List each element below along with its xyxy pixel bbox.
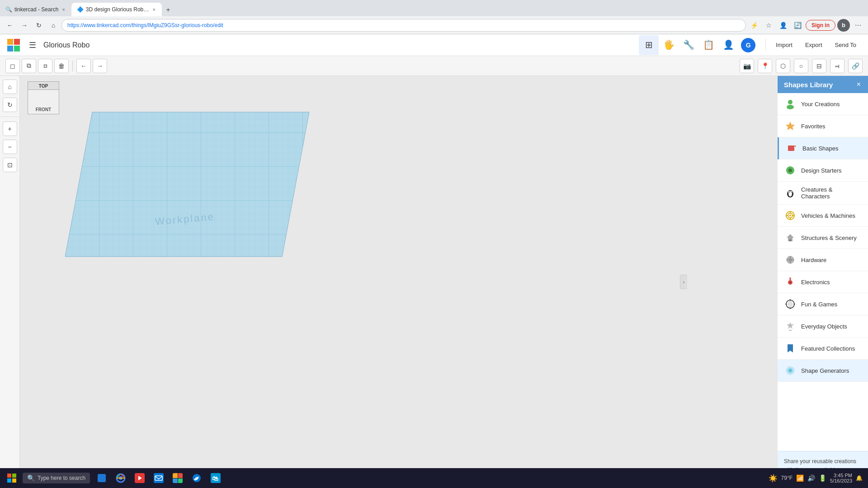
taskbar-app-chrome[interactable]	[112, 469, 130, 487]
shapes-item-design-starters[interactable]: Design Starters	[778, 160, 868, 182]
svg-rect-47	[98, 474, 106, 482]
zoom-out-button[interactable]: −	[3, 140, 17, 154]
app-bar-actions: ⊞ 🖐 🔧 📋 👤 G	[639, 35, 758, 55]
copy-button[interactable]: ⧈	[38, 59, 52, 73]
svg-rect-26	[789, 239, 791, 241]
tools-button[interactable]: 🔧	[679, 35, 698, 55]
logo-cell-3	[7, 46, 13, 52]
left-panel: ⌂ ↻ + − ⊡	[0, 76, 20, 488]
fit-view-button[interactable]: ⊡	[3, 158, 17, 172]
layers-icon: 📋	[703, 39, 714, 50]
notification-button[interactable]: 🔔	[856, 475, 863, 481]
sign-in-button[interactable]: Sign in	[806, 20, 835, 31]
shapes-item-structures-scenery[interactable]: Structures & Scenery	[778, 227, 868, 249]
tab-1-close[interactable]: ×	[61, 6, 66, 13]
tab-2[interactable]: 🔷 3D design Glorious Robo | Tinke... ×	[71, 3, 162, 16]
everyday-objects-label: Everyday Objects	[801, 323, 847, 330]
taskbar-app-edge[interactable]	[188, 469, 206, 487]
layers-button[interactable]: 📋	[698, 35, 718, 55]
profile-button[interactable]: 👤	[777, 19, 789, 32]
taskbar-app-cortana[interactable]	[93, 469, 111, 487]
svg-point-33	[790, 300, 791, 301]
shapes-list: Your Creations Favorites Basic Shapes	[778, 93, 868, 451]
vehicles-machines-label: Vehicles & Machines	[801, 212, 855, 219]
address-text: https://www.tinkercad.com/things/lMgiuZ9…	[67, 22, 223, 28]
start-button[interactable]	[2, 468, 22, 488]
home-view-button[interactable]: ⌂	[3, 80, 17, 94]
forward-button[interactable]: →	[18, 19, 31, 32]
camera-button[interactable]: 📷	[740, 59, 754, 73]
taskbar-app-media[interactable]	[131, 469, 149, 487]
taskbar-clock[interactable]: 3:45 PM 5/16/2023	[830, 473, 852, 483]
main-content: ⌂ ↻ + − ⊡ TOP FRONT	[0, 76, 868, 488]
pin-button[interactable]: 📍	[758, 59, 772, 73]
design-starters-icon	[784, 164, 797, 177]
export-button[interactable]: Export	[799, 39, 829, 51]
align-button[interactable]: ⊟	[812, 59, 826, 73]
view-cube[interactable]: TOP FRONT	[25, 81, 61, 117]
svg-point-35	[786, 304, 787, 305]
svg-marker-6	[786, 122, 795, 130]
shapes-library-title: Shapes Library	[784, 81, 833, 89]
sync-button[interactable]: 🔄	[791, 19, 804, 32]
grid-view-button[interactable]: ⊞	[639, 35, 659, 55]
svg-point-4	[788, 100, 793, 104]
taskbar-app-store[interactable]: 🛍	[207, 469, 225, 487]
shapes-item-fun-games[interactable]: Fun & Games	[778, 293, 868, 315]
copy-paste-button[interactable]: ⧉	[22, 59, 36, 73]
hand-button[interactable]: 🖐	[659, 35, 679, 55]
shapes-item-shape-generators[interactable]: Shape Generators	[778, 360, 868, 382]
back-button[interactable]: ←	[4, 19, 16, 32]
svg-rect-45	[7, 479, 11, 483]
logo-cell-2	[14, 39, 20, 45]
shapes-item-basic-shapes[interactable]: Basic Shapes	[778, 137, 868, 160]
shapes-item-electronics[interactable]: Electronics	[778, 271, 868, 293]
toolbar: ◻ ⧉ ⧈ 🗑 ← → 📷 📍 ⬡ ○ ⊟ ⫤ 🔗	[0, 56, 868, 76]
taskbar-app-mail[interactable]	[150, 469, 168, 487]
zoom-in-button[interactable]: +	[3, 122, 17, 136]
menu-button[interactable]: ☰	[25, 38, 40, 52]
new-tab-button[interactable]: +	[162, 4, 175, 16]
shapes-library-panel: Shapes Library × Your Creations Favorite…	[778, 76, 868, 488]
shapes-item-favorites[interactable]: Favorites	[778, 115, 868, 137]
shapes-item-featured-collections[interactable]: Featured Collections	[778, 338, 868, 360]
taskbar-app-tinkercad[interactable]	[169, 469, 187, 487]
svg-point-15	[789, 192, 790, 193]
taskbar-search[interactable]: 🔍 Type here to search	[23, 473, 90, 483]
logo-grid	[7, 39, 20, 52]
featured-collections-label: Featured Collections	[801, 345, 855, 352]
shapes-library-close-button[interactable]: ×	[856, 80, 862, 89]
svg-text:🛍: 🛍	[212, 475, 218, 482]
shapes-item-your-creations[interactable]: Your Creations	[778, 93, 868, 115]
circle-shape-button[interactable]: ○	[794, 59, 808, 73]
redo-button[interactable]: →	[93, 59, 107, 73]
tab-1[interactable]: 🔍 tinkercad - Search ×	[0, 3, 71, 16]
collapse-panel-button[interactable]: ›	[680, 275, 687, 289]
svg-marker-24	[787, 234, 794, 238]
bookmark-button[interactable]: ☆	[762, 19, 775, 32]
mirror-button[interactable]: ⫤	[830, 59, 844, 73]
shape-button[interactable]: ⬡	[776, 59, 790, 73]
select-tool-button[interactable]: ◻	[5, 59, 20, 73]
account-button[interactable]: 👤	[718, 35, 738, 55]
user-profile-button[interactable]: G	[738, 35, 758, 55]
tab-2-close[interactable]: ×	[151, 6, 156, 13]
more-button[interactable]: ⋯	[852, 19, 864, 32]
user-avatar[interactable]: b	[837, 19, 850, 32]
reload-button[interactable]: ↻	[33, 19, 45, 32]
delete-button[interactable]: 🗑	[54, 59, 69, 73]
group-button[interactable]: 🔗	[848, 59, 863, 73]
svg-point-36	[794, 304, 795, 305]
undo-button[interactable]: ←	[76, 59, 91, 73]
shapes-item-vehicles-machines[interactable]: Vehicles & Machines	[778, 205, 868, 227]
hardware-label: Hardware	[801, 257, 826, 263]
shapes-item-creatures-characters[interactable]: Creatures & Characters	[778, 182, 868, 205]
home-button[interactable]: ⌂	[47, 19, 60, 32]
send-to-button[interactable]: Send To	[829, 39, 863, 51]
shapes-item-everyday-objects[interactable]: Everyday Objects	[778, 315, 868, 338]
rotate-view-button[interactable]: ↻	[3, 98, 17, 112]
extensions-button[interactable]: ⚡	[748, 19, 760, 32]
address-bar[interactable]: https://www.tinkercad.com/things/lMgiuZ9…	[61, 19, 746, 32]
import-button[interactable]: Import	[769, 39, 799, 51]
shapes-item-hardware[interactable]: Hardware	[778, 249, 868, 271]
